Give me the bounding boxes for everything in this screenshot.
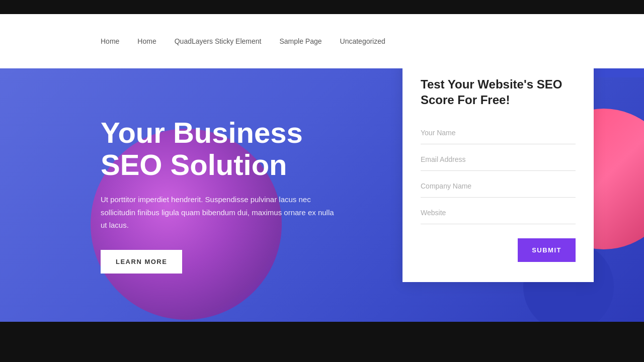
hero-section: Your Business SEO Solution Ut porttitor … (0, 68, 644, 322)
company-name-input[interactable] (421, 175, 576, 198)
nav-link-uncategorized[interactable]: Uncategorized (340, 37, 385, 45)
top-bar (0, 0, 644, 14)
seo-form-card: Test Your Website's SEO Score For Free! … (403, 68, 594, 282)
hero-content: Your Business SEO Solution Ut porttitor … (0, 117, 352, 273)
bottom-bar (0, 322, 644, 336)
nav-link-home2[interactable]: Home (137, 37, 156, 45)
your-name-input[interactable] (421, 122, 576, 144)
form-title: Test Your Website's SEO Score For Free! (421, 76, 576, 108)
nav-links: Home Home QuadLayers Sticky Element Samp… (101, 37, 385, 46)
website-input[interactable] (421, 202, 576, 224)
nav-bar: Home Home QuadLayers Sticky Element Samp… (0, 14, 644, 68)
nav-item-home1[interactable]: Home (101, 37, 119, 46)
nav-item-quadlayers[interactable]: QuadLayers Sticky Element (175, 37, 262, 46)
hero-description: Ut porttitor imperdiet hendrerit. Suspen… (101, 193, 337, 232)
nav-link-quadlayers[interactable]: QuadLayers Sticky Element (175, 37, 262, 45)
hero-title: Your Business SEO Solution (101, 117, 352, 181)
nav-item-home2[interactable]: Home (137, 37, 156, 46)
nav-item-sample[interactable]: Sample Page (279, 37, 321, 46)
nav-link-sample[interactable]: Sample Page (279, 37, 321, 45)
learn-more-button[interactable]: LEARN MORE (101, 250, 182, 274)
nav-item-uncategorized[interactable]: Uncategorized (340, 37, 385, 46)
email-address-input[interactable] (421, 148, 576, 171)
nav-link-home1[interactable]: Home (101, 37, 119, 45)
form-submit-row: SUBMIT (421, 238, 576, 262)
submit-button[interactable]: SUBMIT (518, 238, 576, 262)
